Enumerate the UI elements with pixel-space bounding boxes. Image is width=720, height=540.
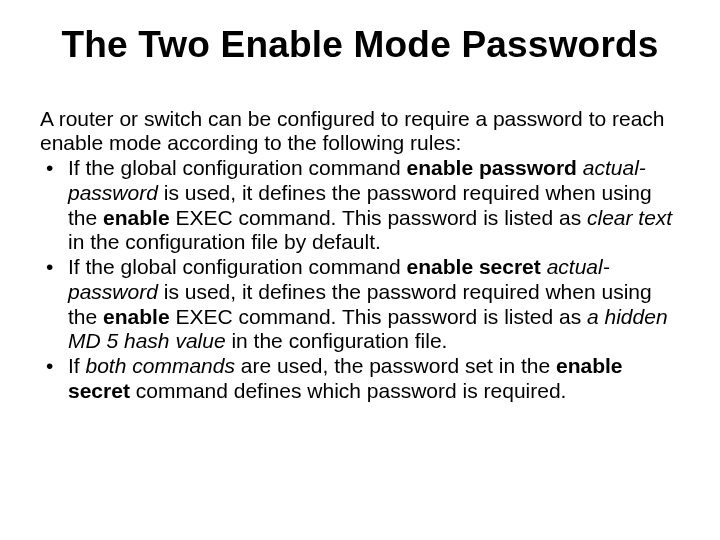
slide: The Two Enable Mode Passwords A router o…	[0, 0, 720, 540]
text: EXEC command. This password is listed as	[170, 206, 587, 229]
bold-text: enable	[103, 206, 170, 229]
bold-text: enable secret	[407, 255, 547, 278]
text: EXEC command. This password is listed as	[170, 305, 587, 328]
text: If	[68, 354, 86, 377]
bullet-list: If the global configuration command enab…	[40, 156, 680, 404]
bullet-item-3: If both commands are used, the password …	[40, 354, 680, 404]
bold-text: enable password	[407, 156, 583, 179]
italic-text: clear text	[587, 206, 672, 229]
text: If the global configuration command	[68, 255, 407, 278]
bullet-item-2: If the global configuration command enab…	[40, 255, 680, 354]
italic-text: both commands	[86, 354, 235, 377]
bullet-item-1: If the global configuration command enab…	[40, 156, 680, 255]
slide-title: The Two Enable Mode Passwords	[40, 24, 680, 67]
text: command defines which password is requir…	[130, 379, 567, 402]
intro-text: A router or switch can be configured to …	[40, 107, 680, 157]
text: in the configuration file by default.	[68, 230, 381, 253]
text: in the configuration file.	[226, 329, 448, 352]
text: are used, the password set in the	[235, 354, 556, 377]
text: If the global configuration command	[68, 156, 407, 179]
bold-text: enable	[103, 305, 170, 328]
